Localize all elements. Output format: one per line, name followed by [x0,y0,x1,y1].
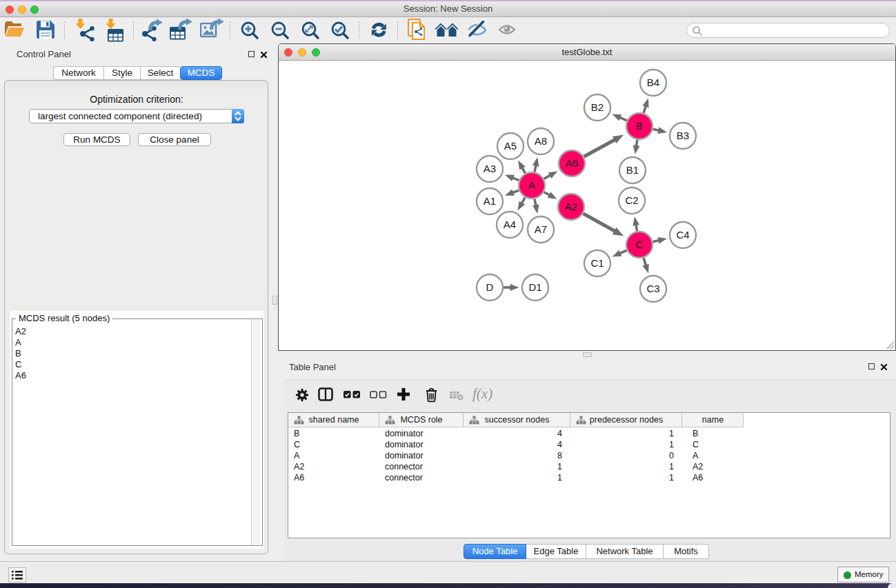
svg-text:C2: C2 [625,194,638,206]
svg-text:B2: B2 [591,101,604,113]
svg-text:A7: A7 [535,223,547,235]
svg-text:C3: C3 [646,283,659,294]
svg-text:C4: C4 [676,229,689,241]
svg-text:D: D [486,281,494,293]
svg-text:A3: A3 [484,163,496,174]
svg-text:A1: A1 [484,195,496,207]
svg-text:C1: C1 [590,257,604,269]
svg-text:A5: A5 [504,140,517,152]
svg-text:B1: B1 [626,164,639,176]
svg-text:B3: B3 [677,130,689,141]
svg-text:B: B [636,120,643,132]
svg-text:A4: A4 [504,219,516,230]
svg-text:B4: B4 [647,77,659,88]
svg-text:C: C [636,239,644,250]
svg-text:A8: A8 [535,135,547,147]
svg-text:D1: D1 [528,281,541,293]
svg-text:A6: A6 [566,157,578,169]
svg-text:A: A [528,179,535,191]
svg-text:A2: A2 [565,201,577,212]
